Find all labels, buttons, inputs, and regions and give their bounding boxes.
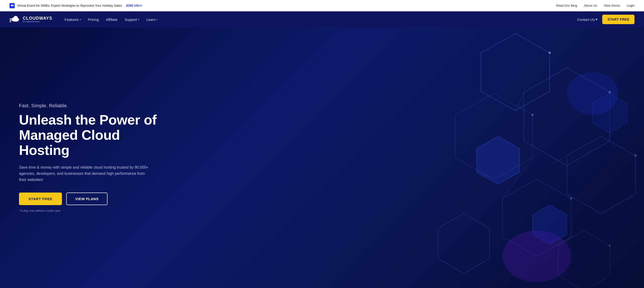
learn-chevron-icon: ▾ — [156, 18, 158, 21]
about-us-link[interactable]: About Us — [584, 4, 597, 7]
support-nav[interactable]: Support ▾ — [122, 16, 142, 23]
svg-point-22 — [609, 245, 610, 246]
svg-marker-11 — [532, 205, 567, 244]
svg-point-17 — [548, 51, 551, 54]
announcement-text: Virtual Event for SMBs: Expert Strategie… — [17, 4, 122, 7]
svg-point-23 — [502, 231, 571, 282]
svg-marker-9 — [558, 231, 610, 288]
start-free-nav-button[interactable]: START FREE — [602, 15, 634, 24]
hero-title: Unleash the Power of Managed Cloud Hosti… — [19, 112, 161, 157]
svg-line-13 — [515, 92, 524, 111]
read-blog-link[interactable]: Read Our Blog — [556, 4, 577, 7]
top-bar: Virtual Event for SMBs: Expert Strategie… — [0, 0, 644, 11]
features-nav[interactable]: Features ▾ — [62, 16, 84, 23]
svg-point-20 — [531, 114, 534, 116]
svg-point-19 — [634, 154, 636, 156]
megaphone-icon — [10, 3, 15, 8]
brand-name: CLOUDWAYS — [23, 16, 52, 20]
hero-tagline: Fast. Simple. Reliable. — [19, 103, 161, 109]
hero-content: Fast. Simple. Reliable. Unleash the Powe… — [19, 103, 161, 212]
join-link[interactable]: JOIN US>> — [126, 4, 142, 7]
svg-point-21 — [570, 197, 572, 199]
hero-view-plans-button[interactable]: VIEW PLANS — [66, 193, 108, 205]
hero-section: Fast. Simple. Reliable. Unleash the Powe… — [0, 27, 644, 288]
svg-marker-7 — [502, 179, 571, 256]
svg-line-15 — [502, 158, 532, 198]
hero-cta-buttons: START FREE VIEW PLANS — [19, 193, 161, 205]
nav-links: Features ▾ Pricing Affiliate Support ▾ L… — [62, 16, 574, 23]
brand-sub: by DigitalOcean — [23, 21, 52, 23]
contact-us-nav[interactable]: Contact Us ▾ — [574, 15, 601, 23]
svg-marker-12 — [592, 94, 627, 133]
announcement-bar: Virtual Event for SMBs: Expert Strategie… — [10, 3, 142, 8]
nav-right: Contact Us ▾ START FREE — [574, 15, 634, 24]
learn-nav[interactable]: Learn ▾ — [144, 16, 160, 23]
logo-text: CLOUDWAYS by DigitalOcean — [23, 16, 52, 23]
svg-rect-2 — [10, 21, 12, 22]
view-demo-link[interactable]: View Demo — [604, 4, 620, 7]
contact-us-chevron-icon: ▾ — [596, 17, 598, 21]
hero-background-decoration — [258, 27, 644, 288]
features-chevron-icon: ▾ — [80, 18, 81, 21]
hero-description: Save time & money with simple and reliab… — [19, 164, 152, 183]
cloudways-logo-icon — [10, 15, 20, 24]
svg-marker-8 — [438, 213, 490, 273]
svg-marker-3 — [481, 33, 549, 111]
pricing-nav[interactable]: Pricing — [85, 16, 102, 23]
svg-marker-6 — [455, 94, 532, 179]
navbar: CLOUDWAYS by DigitalOcean Features ▾ Pri… — [0, 11, 644, 27]
hero-trial-note: *3-day trial without credit card — [20, 209, 161, 212]
svg-marker-10 — [476, 137, 520, 184]
hero-start-free-button[interactable]: START FREE — [19, 193, 62, 205]
login-link[interactable]: Login — [627, 4, 634, 7]
svg-line-14 — [550, 156, 567, 165]
affiliate-nav[interactable]: Affiliate — [103, 16, 120, 23]
top-bar-right-links: Read Our Blog About Us View Demo Login — [556, 4, 634, 7]
svg-point-18 — [608, 91, 611, 94]
svg-point-24 — [567, 72, 618, 115]
svg-rect-1 — [10, 20, 12, 21]
svg-marker-4 — [524, 68, 610, 165]
svg-marker-5 — [567, 137, 635, 214]
logo-link[interactable]: CLOUDWAYS by DigitalOcean — [10, 15, 52, 24]
svg-line-16 — [558, 237, 571, 246]
support-chevron-icon: ▾ — [138, 18, 139, 21]
